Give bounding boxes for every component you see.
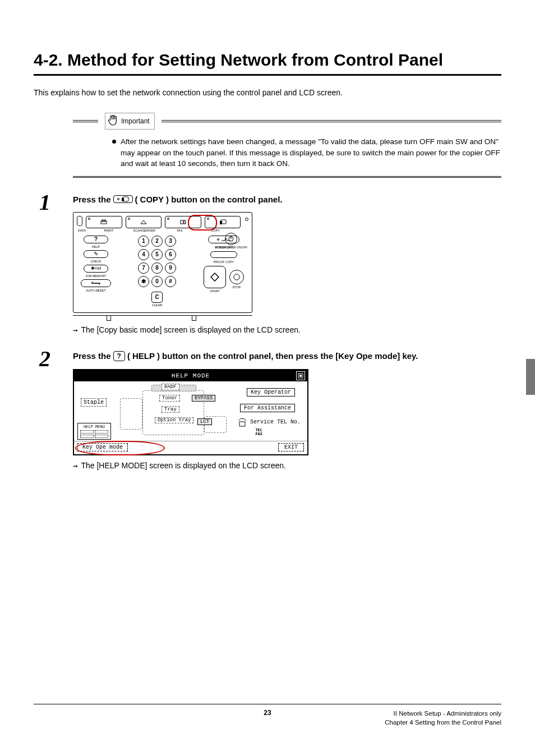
keypad-hash[interactable]: #	[165, 276, 176, 287]
mode-buttons	[86, 216, 241, 228]
arrow-icon: →	[73, 325, 77, 334]
lcd-bypass[interactable]: BYPASS	[192, 395, 215, 402]
stop-label: STOP	[233, 285, 241, 289]
start-button[interactable]	[204, 266, 226, 288]
important-text: After the network settings have been cha…	[121, 136, 501, 169]
keypad-6[interactable]: 6	[165, 249, 176, 260]
lcd-title: HELP MODE	[172, 372, 210, 379]
proof-copy-button[interactable]	[210, 251, 237, 258]
important-header-row: Important	[73, 113, 501, 130]
step-1-result-text: The [Copy basic mode] screen is displaye…	[81, 325, 300, 334]
keypad-area: 1 2 3 4 5 6 7 8 9 ✱ 0 #	[117, 236, 197, 307]
keypad-2[interactable]: 2	[151, 236, 163, 247]
keypad-3[interactable]: 3	[165, 236, 176, 247]
help-key-icon: ?	[113, 351, 125, 361]
footer-right: II Network Setup - Administrators only C…	[385, 709, 501, 727]
start-label: START	[210, 289, 220, 293]
panel-left-column: ? HELP ✎ CHECK ✱≡M JOB MEMORY AUTO RESET	[77, 236, 115, 307]
keypad-star[interactable]: ✱	[138, 276, 149, 287]
question-icon: ?	[94, 236, 98, 242]
copy-label: COPY	[200, 229, 232, 232]
job-memory-button[interactable]: ✱≡M	[84, 265, 108, 273]
keypad-7[interactable]: 7	[138, 262, 149, 274]
page-number: 23	[264, 709, 271, 717]
page-footer: 23 II Network Setup - Administrators onl…	[34, 704, 501, 727]
check-button[interactable]: ✎	[84, 250, 108, 258]
lcd-figure: HELP MODE Staple HELP MENU	[73, 369, 308, 455]
svg-rect-1	[122, 198, 124, 201]
print-mode-button[interactable]	[86, 216, 122, 228]
indicator-dot-icon	[245, 218, 248, 221]
step-1-title: Press the (COPY) button on the control p…	[73, 195, 501, 204]
start-diamond-icon	[210, 273, 219, 282]
control-panel-figure: DATA PRINT SCAN/SERVER FAX COPY POWER SA…	[73, 212, 252, 320]
panel-base-icon	[73, 315, 252, 320]
keypad-8[interactable]: 8	[151, 262, 163, 274]
lcd-fax: FAX	[255, 432, 262, 437]
lcd-for-assistance[interactable]: For Assistance	[240, 404, 295, 412]
hand-icon	[107, 114, 119, 128]
clear-button[interactable]: C	[151, 292, 163, 303]
lcd-tray[interactable]: Tray	[162, 406, 179, 413]
keypad-1[interactable]: 1	[138, 236, 149, 247]
data-cylinder-icon	[77, 216, 82, 226]
step-2-post-btn: HELP	[132, 351, 155, 361]
power-icon	[228, 236, 234, 242]
keypad-5[interactable]: 5	[151, 249, 163, 260]
rule-left	[73, 120, 98, 122]
important-bullet: After the network settings have been cha…	[73, 130, 501, 176]
lcd-titlebar: HELP MODE	[74, 370, 307, 381]
intro-paragraph: This explains how to set the network con…	[34, 88, 501, 97]
scan-mode-button[interactable]	[126, 216, 162, 228]
step-1-number: 1	[39, 189, 50, 215]
lcd-option-tray[interactable]: Option tray	[155, 417, 193, 423]
step-1-post-close: ) button on the control panel.	[166, 195, 282, 204]
helpmenu-grid-icon	[80, 430, 108, 438]
lcd-frame: HELP MODE Staple HELP MENU	[73, 369, 308, 455]
lcd-exit[interactable]: EXIT	[278, 443, 304, 451]
bullet-dot-icon	[112, 140, 116, 144]
led-icon	[117, 198, 119, 200]
check-label: CHECK	[90, 260, 101, 263]
stop-button[interactable]	[229, 270, 244, 284]
lcd-body: Staple HELP MENU RADF Toner Tray Option	[74, 381, 307, 454]
print-label: PRINT	[93, 229, 125, 232]
step-2-pre: Press the	[73, 351, 111, 361]
copy-mode-button[interactable]	[205, 216, 241, 228]
lcd-lct[interactable]: LCT	[197, 418, 212, 425]
auto-reset-button[interactable]	[81, 279, 111, 287]
help-button[interactable]: ?	[84, 236, 108, 243]
lcd-key-ope-mode[interactable]: Key Ope mode	[77, 443, 128, 451]
step-1-post-open: (	[135, 195, 138, 204]
lcd-staple[interactable]: Staple	[81, 398, 107, 407]
fax-mode-button[interactable]	[165, 216, 201, 228]
lcd-toner[interactable]: Toner	[159, 395, 180, 402]
keypad-9[interactable]: 9	[165, 262, 176, 274]
svg-rect-7	[220, 221, 222, 224]
lcd-key-operator[interactable]: Key Operator	[247, 388, 295, 397]
footer-line-2: Chapter 4 Setting from the Control Panel	[385, 718, 501, 727]
keypad-0[interactable]: 0	[151, 276, 163, 287]
keypad-4[interactable]: 4	[138, 249, 149, 260]
thumb-index-tab	[526, 359, 535, 395]
start-stop-group: START STOP	[204, 266, 244, 293]
mode-labels-row: DATA PRINT SCAN/SERVER FAX COPY	[89, 229, 248, 232]
toner-icon	[296, 371, 305, 380]
panel-top-row	[77, 216, 248, 228]
copy-glyph-icon	[121, 196, 129, 202]
power-saver-button[interactable]	[225, 233, 237, 245]
lcd-radf[interactable]: RADF	[162, 384, 179, 390]
svg-marker-14	[234, 274, 239, 280]
title-rule	[34, 74, 501, 76]
lcd-help-menu[interactable]: HELP MENU	[77, 423, 111, 440]
jobmem-label: JOB MEMORY	[86, 274, 107, 278]
fax-label: FAX	[164, 229, 196, 232]
rule-bottom	[73, 176, 501, 178]
clear-wrap: C CLEAR	[151, 292, 163, 307]
svg-rect-16	[299, 375, 302, 377]
control-panel-frame: DATA PRINT SCAN/SERVER FAX COPY POWER SA…	[73, 212, 252, 313]
step-2-post-open: (	[127, 351, 130, 361]
numeric-keypad: 1 2 3 4 5 6 7 8 9 ✱ 0 #	[117, 236, 197, 287]
svg-rect-5	[184, 220, 186, 224]
help-label: HELP	[92, 245, 100, 248]
